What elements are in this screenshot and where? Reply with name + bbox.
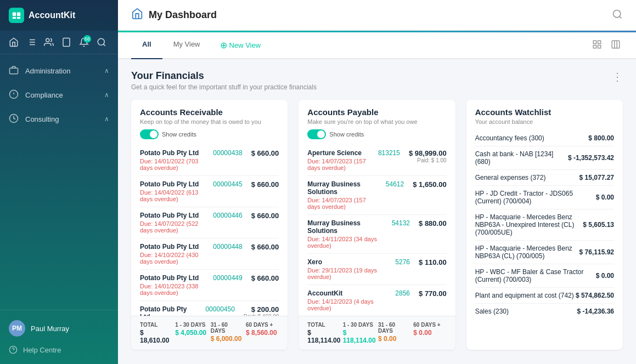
grid-view-icon[interactable] xyxy=(590,37,604,53)
svg-line-22 xyxy=(620,16,622,19)
view-toggle-icons xyxy=(590,37,623,53)
tab-all[interactable]: All xyxy=(131,32,162,59)
tabs-bar: All My View ⊕ New View xyxy=(118,32,636,59)
plus-icon: ⊕ xyxy=(220,40,227,50)
svg-rect-24 xyxy=(598,41,601,43)
columns-view-icon[interactable] xyxy=(609,37,623,53)
user-profile[interactable]: PM Paul Murray xyxy=(9,317,109,340)
ap-footer: TOTAL $ 118,114.00 1 - 30 DAYS $ 118,114… xyxy=(299,316,455,350)
svg-rect-25 xyxy=(593,46,596,48)
ar-show-credits-label: Show credits xyxy=(162,131,196,138)
ar-show-credits-toggle[interactable] xyxy=(140,129,159,139)
dashboard-content: Your Financials Get a quick feel for the… xyxy=(118,59,636,364)
compliance-label-text: Compliance xyxy=(25,91,63,99)
consulting-label-text: Consulting xyxy=(25,115,59,123)
tab-new-view[interactable]: ⊕ New View xyxy=(211,32,270,58)
svg-point-21 xyxy=(614,10,621,18)
aw-row-4: HP - Macquarie - Mercedes Benz NBP63A - … xyxy=(475,209,614,241)
section-title: Your Financials xyxy=(131,70,317,82)
tab-my-view[interactable]: My View xyxy=(162,32,211,59)
new-view-label: New View xyxy=(229,41,261,49)
ar-row-3: Potato Pub Pty LtdDue: 14/10/2022 (430 d… xyxy=(140,238,279,270)
header-search-icon[interactable] xyxy=(612,9,623,21)
svg-rect-26 xyxy=(598,46,601,48)
ar-code-1[interactable]: 00000445 xyxy=(213,180,242,188)
svg-point-13 xyxy=(98,38,104,45)
ap-show-credits-label: Show credits xyxy=(329,131,364,138)
aw-row-8: Sales (230) $ -14,236.36 xyxy=(475,304,614,319)
aw-panel-header: Accounts Watchlist Your account balance xyxy=(466,100,623,130)
section-menu-icon[interactable]: ⋮ xyxy=(612,70,623,83)
ar-title: Accounts Receivable xyxy=(140,107,261,117)
ar-row-5: Potato Pub Pty LtdDue: 14/04/2023 (248 d… xyxy=(140,301,279,316)
help-centre[interactable]: Help Centre xyxy=(9,342,109,357)
app-name: AccountKit xyxy=(29,10,75,20)
ar-panel-body: Potato Pub Pty LtdDue: 14/01/2022 (703 d… xyxy=(131,145,288,316)
ar-subtitle: Keep on top of the money that is owed to… xyxy=(140,118,261,125)
svg-line-14 xyxy=(103,44,105,46)
accounts-receivable-panel: Accounts Receivable Keep on top of the m… xyxy=(131,100,288,350)
consulting-icon xyxy=(9,113,20,124)
svg-point-10 xyxy=(46,38,49,42)
administration-icon xyxy=(9,65,20,76)
aw-title: Accounts Watchlist xyxy=(475,107,614,117)
aw-row-5: HP - Macquarie - Mercedes Benz NBP63A (C… xyxy=(475,241,614,264)
sidebar-icon-bar: 66 xyxy=(0,31,118,54)
ap-code-2[interactable]: 54132 xyxy=(392,219,410,227)
ar-row-4: Potato Pub Pty LtdDue: 14/01/2023 (338 d… xyxy=(140,270,279,301)
accounts-payable-panel: Accounts Payable Make sure you're on top… xyxy=(299,100,455,350)
ap-code-4[interactable]: 2856 xyxy=(395,289,410,297)
search-icon[interactable] xyxy=(97,37,106,47)
sidebar-item-compliance[interactable]: Compliance ∧ xyxy=(0,83,118,107)
aw-row-3: HP - JD Credit - Tractor - JDS065 (Curre… xyxy=(475,186,614,209)
sidebar-item-consulting[interactable]: Consulting ∧ xyxy=(0,107,118,131)
page-title: My Dashboard xyxy=(149,9,217,21)
notifications-icon[interactable]: 66 xyxy=(79,37,89,47)
ap-row-2: Murray Business SolutionsDue: 14/11/2023… xyxy=(307,215,446,254)
svg-rect-1 xyxy=(17,13,20,16)
notification-badge: 66 xyxy=(83,35,91,43)
sidebar-logo: AccountKit xyxy=(0,0,118,31)
ap-code-1[interactable]: 54612 xyxy=(386,180,404,188)
ar-footer: TOTAL $ 18,610.00 1 - 30 DAYS $ 4,050.00… xyxy=(131,316,288,350)
svg-rect-3 xyxy=(17,17,20,19)
help-label: Help Centre xyxy=(23,346,61,354)
compliance-icon xyxy=(9,89,20,100)
ar-code-5[interactable]: 00000450 xyxy=(205,305,234,313)
ar-code-4[interactable]: 00000449 xyxy=(213,274,242,282)
aw-row-7: Plant and equipment at cost (742) $ 574,… xyxy=(475,288,614,304)
ar-code-2[interactable]: 00000446 xyxy=(213,212,242,219)
section-subtitle: Get a quick feel for the important stuff… xyxy=(131,83,317,91)
home-icon[interactable] xyxy=(9,37,19,47)
ap-code-0[interactable]: 813215 xyxy=(378,149,400,157)
list-icon[interactable] xyxy=(26,37,36,47)
ap-row-4: AccountKitDue: 14/12/2023 (4 days overdu… xyxy=(307,285,446,316)
sidebar-nav: Accounts Receivable Administration ∧ Com… xyxy=(0,54,118,310)
financials-grid: Accounts Receivable Keep on top of the m… xyxy=(131,100,623,350)
svg-rect-15 xyxy=(10,68,18,74)
aw-row-6: HP - WBC - MF Baler & Case Tractor (Curr… xyxy=(475,264,614,288)
main-header: My Dashboard xyxy=(118,0,636,31)
user-name: Paul Murray xyxy=(31,325,69,333)
section-header: Your Financials Get a quick feel for the… xyxy=(131,70,623,91)
svg-rect-23 xyxy=(593,41,596,43)
users-icon[interactable] xyxy=(44,37,54,47)
tablet-icon[interactable] xyxy=(61,37,71,47)
ap-show-credits-toggle[interactable] xyxy=(307,129,326,139)
ar-row-1: Potato Pub Pty LtdDue: 14/04/2022 (613 d… xyxy=(140,176,279,207)
ar-code-0[interactable]: 00000438 xyxy=(213,149,242,157)
svg-rect-27 xyxy=(612,41,620,48)
sidebar-footer: PM Paul Murray Help Centre xyxy=(0,310,118,364)
administration-chevron: ∧ xyxy=(104,67,109,75)
ar-code-3[interactable]: 00000448 xyxy=(213,243,242,251)
aw-panel-body: Accountancy fees (300) $ 800.00 Cash at … xyxy=(466,130,623,350)
administration-label-text: Administration xyxy=(25,67,70,75)
aw-row-2: General expenses (372) $ 15,077.27 xyxy=(475,170,614,186)
aw-subtitle: Your account balance xyxy=(475,118,614,125)
main-content: My Dashboard All My View ⊕ New View xyxy=(118,0,636,364)
ap-code-3[interactable]: 5276 xyxy=(395,258,410,266)
ap-row-0: Aperture ScienceDue: 14/07/2023 (157 day… xyxy=(307,145,446,176)
aw-row-1: Cash at bank - NAB [1234] (680) $ -1,352… xyxy=(475,146,614,170)
sidebar-item-administration[interactable]: Accounts Receivable Administration ∧ xyxy=(0,59,118,83)
svg-rect-2 xyxy=(13,17,16,19)
